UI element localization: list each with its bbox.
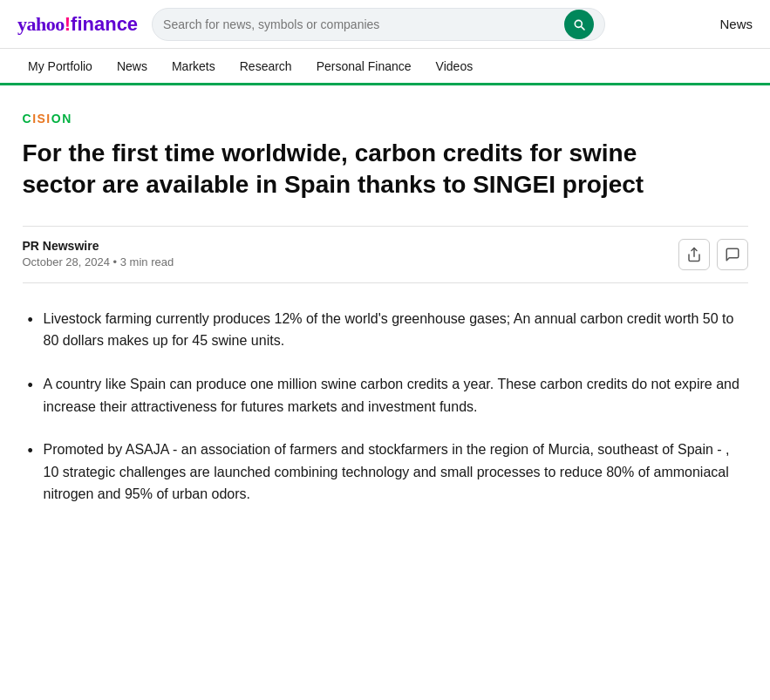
logo-yahoo: yahoo: [17, 13, 65, 36]
share-icon: [686, 247, 702, 262]
meta-actions: [678, 239, 748, 270]
list-item: Livestock farming currently produces 12%…: [23, 308, 748, 352]
nav-item-markets[interactable]: Markets: [161, 52, 226, 80]
share-button[interactable]: [678, 239, 710, 270]
cision-o: O: [51, 112, 62, 126]
logo[interactable]: yahoo!finance: [17, 13, 138, 36]
article-date: October 28, 2024 • 3 min read: [23, 255, 174, 268]
search-button[interactable]: [564, 10, 594, 39]
nav-item-personal-finance[interactable]: Personal Finance: [306, 52, 422, 80]
search-icon: [572, 17, 586, 31]
cision-c: C: [23, 112, 33, 126]
article-bullet-list: Livestock farming currently produces 12%…: [23, 308, 748, 506]
cision-n: N: [62, 112, 72, 126]
search-bar: [152, 8, 605, 41]
list-item: Promoted by ASAJA - an association of fa…: [23, 438, 748, 506]
article-publisher: PR Newswire: [23, 239, 174, 253]
comment-icon: [725, 247, 740, 262]
meta-left: PR Newswire October 28, 2024 • 3 min rea…: [23, 239, 174, 268]
cision-s1: S: [37, 112, 47, 126]
article-source-label: CISION: [23, 112, 748, 126]
main-nav: My Portfolio News Markets Research Perso…: [0, 49, 770, 85]
list-item: A country like Spain can produce one mil…: [23, 373, 748, 418]
header-news-link[interactable]: News: [719, 17, 753, 31]
nav-item-news[interactable]: News: [106, 52, 158, 80]
nav-item-videos[interactable]: Videos: [426, 52, 484, 80]
article-title: For the first time worldwide, carbon cre…: [23, 138, 712, 201]
comment-button[interactable]: [717, 239, 748, 270]
main-content: CISION For the first time worldwide, car…: [2, 85, 769, 561]
logo-bang: !: [65, 13, 71, 36]
nav-item-research[interactable]: Research: [229, 52, 303, 80]
site-header: yahoo!finance News: [0, 0, 770, 49]
nav-item-my-portfolio[interactable]: My Portfolio: [17, 52, 103, 80]
article-meta: PR Newswire October 28, 2024 • 3 min rea…: [23, 226, 748, 283]
search-input[interactable]: [163, 17, 557, 31]
logo-finance: finance: [71, 13, 138, 36]
